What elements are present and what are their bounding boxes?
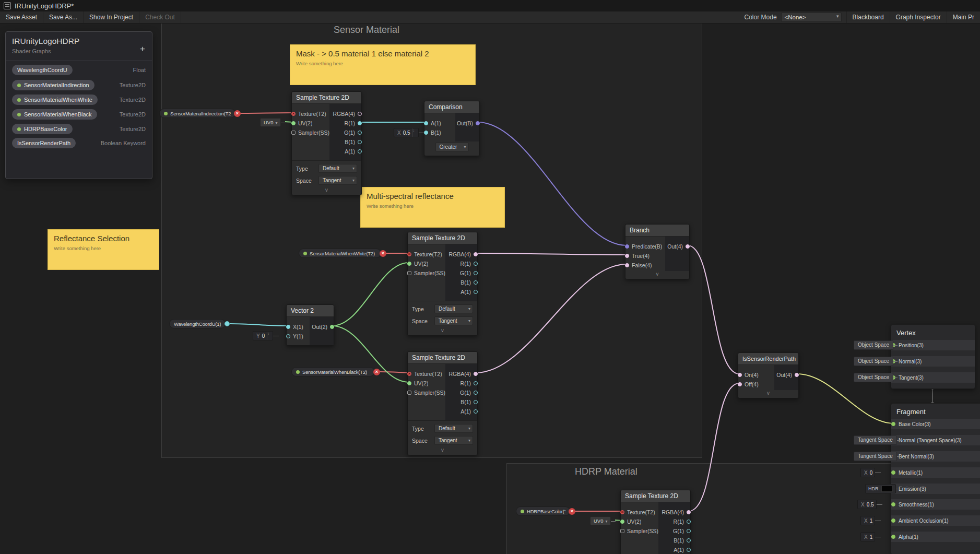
alpha-value-field[interactable]: X 1: [860, 532, 875, 541]
y-input-port[interactable]: [286, 334, 290, 338]
a-output-port[interactable]: [687, 548, 691, 552]
comparison-mode-dropdown[interactable]: Greater: [435, 143, 469, 151]
rgba-output-port[interactable]: [474, 252, 478, 256]
uv-input-port[interactable]: [620, 520, 624, 524]
keyword-node-issensorrenderpath[interactable]: IsSensorRenderPath On(4) Off(4) Out(4) ˅: [738, 352, 799, 398]
collapse-chevron-icon[interactable]: ˅: [738, 390, 798, 398]
space-dropdown[interactable]: Tangent: [434, 316, 473, 325]
collapse-chevron-icon[interactable]: ˅: [408, 447, 477, 455]
type-dropdown[interactable]: Default: [434, 424, 473, 433]
r-output-port[interactable]: [474, 262, 478, 266]
emission-color-field[interactable]: HDR: [865, 484, 896, 493]
sampler-input-port[interactable]: [407, 391, 411, 395]
branch-node[interactable]: Branch Predicate(B) True(4) False(4) Out…: [625, 224, 690, 279]
sampler-input-port[interactable]: [407, 271, 411, 275]
smoothness-value-field[interactable]: X 0.5: [857, 500, 877, 509]
metallic-port[interactable]: [891, 470, 895, 475]
show-in-project-button[interactable]: Show In Project: [84, 11, 139, 23]
property-node-hdrpbase[interactable]: HDRPBaseColor(T2): [516, 506, 570, 516]
graph-inspector-toggle-button[interactable]: Graph Inspector: [890, 11, 947, 23]
g-output-port[interactable]: [687, 529, 691, 533]
sampler-input-port[interactable]: [620, 529, 624, 533]
vector2-node[interactable]: Vector 2 X(1) Y(1) Out(2): [286, 304, 334, 346]
sticky-note-reflectance[interactable]: Reflectance Selection Write something he…: [48, 229, 159, 270]
space-dropdown[interactable]: Tangent: [318, 176, 357, 185]
blackboard-property-indirection[interactable]: SensorMaterialIndirection: [12, 80, 95, 90]
texture-input-port[interactable]: [407, 372, 411, 376]
blackboard-toggle-button[interactable]: Blackboard: [846, 11, 890, 23]
save-asset-button[interactable]: Save Asset: [0, 11, 43, 23]
shader-graph-canvas[interactable]: Sensor Material HDRP Material Mask - > 0…: [0, 0, 980, 554]
property-node-wavelength[interactable]: WavelengthCoordU(1): [169, 319, 226, 328]
x-input-port[interactable]: [286, 325, 290, 329]
add-property-button[interactable]: +: [140, 44, 145, 53]
save-as-button[interactable]: Save As...: [43, 11, 84, 23]
uv-input-port[interactable]: [407, 262, 411, 266]
ambient-occlusion-value-field[interactable]: X 1: [860, 516, 875, 525]
a-input-port[interactable]: [424, 121, 428, 125]
b-output-port[interactable]: [358, 140, 362, 144]
collapse-chevron-icon[interactable]: ˅: [625, 271, 689, 279]
a-output-port[interactable]: [358, 149, 362, 154]
color-swatch[interactable]: [881, 486, 893, 492]
sampler-input-port[interactable]: [291, 131, 296, 135]
space-chip[interactable]: Object Space: [854, 357, 893, 366]
g-output-port[interactable]: [474, 391, 478, 395]
space-chip[interactable]: Object Space: [854, 373, 893, 382]
b-output-port[interactable]: [474, 280, 478, 285]
sample-texture-2d-node-3[interactable]: Sample Texture 2D Texture(T2) UV(2) Samp…: [407, 351, 478, 455]
color-mode-dropdown[interactable]: <None>: [781, 13, 842, 22]
blackboard-property-issensorrenderpath[interactable]: IsSensorRenderPath: [12, 138, 76, 148]
blackboard-property-hdrpbasecolor[interactable]: HDRPBaseColor: [12, 124, 73, 134]
space-chip[interactable]: Tangent Space: [854, 452, 897, 461]
rgba-output-port[interactable]: [358, 112, 362, 116]
a-output-port[interactable]: [474, 290, 478, 294]
smoothness-port[interactable]: [891, 502, 895, 506]
type-dropdown[interactable]: Default: [434, 304, 473, 313]
rgba-output-port[interactable]: [687, 510, 691, 514]
property-node-indirection[interactable]: SensorMaterialIndirection(T2): [159, 109, 235, 118]
b-output-port[interactable]: [474, 400, 478, 404]
a-output-port[interactable]: [474, 409, 478, 414]
space-chip[interactable]: Tangent Space: [854, 435, 897, 445]
base-color-port[interactable]: [891, 422, 895, 426]
g-output-port[interactable]: [358, 131, 362, 135]
r-output-port[interactable]: [687, 520, 691, 524]
texture-input-port[interactable]: [291, 112, 296, 116]
predicate-input-port[interactable]: [625, 244, 629, 249]
vertex-block[interactable]: Vertex Position(3) Normal(3) Tangent(3): [891, 324, 975, 389]
main-preview-toggle-button[interactable]: Main Pr: [947, 11, 980, 23]
property-node-whenwhite[interactable]: SensorMaterialWhenWhite(T2): [299, 249, 381, 258]
fragment-block[interactable]: Fragment Base Color(3) Normal (Tangent S…: [891, 403, 980, 554]
comparison-node[interactable]: Comparison A(1) B(1) Out(B) Greater: [424, 101, 480, 156]
false-input-port[interactable]: [625, 263, 629, 267]
b-input-port[interactable]: [424, 131, 428, 135]
on-input-port[interactable]: [738, 373, 742, 377]
blackboard-property-whenblack[interactable]: SensorMaterialWhenBlack: [12, 109, 97, 120]
blackboard-property-wavelengthcoordu[interactable]: WavelengthCoordU: [12, 65, 73, 75]
b-output-port[interactable]: [687, 538, 691, 543]
uv-input-port[interactable]: [407, 381, 411, 385]
type-dropdown[interactable]: Default: [318, 164, 357, 173]
off-input-port[interactable]: [738, 382, 742, 386]
space-chip[interactable]: Object Space: [854, 340, 893, 350]
property-node-whenblack[interactable]: SensorMaterialWhenBlack(T2): [291, 367, 375, 376]
alpha-port[interactable]: [891, 535, 895, 539]
true-input-port[interactable]: [625, 254, 629, 258]
metallic-value-field[interactable]: X 0: [860, 468, 875, 477]
rgba-output-port[interactable]: [474, 372, 478, 376]
sample-texture-2d-node-4[interactable]: Sample Texture 2D Texture(T2) UV(2) Samp…: [620, 490, 691, 554]
stepper-icon[interactable]: [412, 128, 416, 137]
out-output-port[interactable]: [795, 373, 799, 377]
blackboard-property-whenwhite[interactable]: SensorMaterialWhenWhite: [12, 95, 98, 105]
collapse-chevron-icon[interactable]: ˅: [292, 187, 361, 195]
r-output-port[interactable]: [474, 381, 478, 385]
texture-input-port[interactable]: [407, 252, 411, 256]
g-output-port[interactable]: [474, 271, 478, 275]
uv-channel-dropdown[interactable]: UV0: [590, 516, 611, 525]
sticky-note-multispectral[interactable]: Multi-spectral reflectance Write somethi…: [360, 187, 505, 228]
float-output-port[interactable]: [225, 321, 230, 326]
space-dropdown[interactable]: Tangent: [434, 436, 473, 445]
uv-input-port[interactable]: [291, 121, 296, 125]
sticky-note-mask[interactable]: Mask - > 0.5 material 1 else material 2 …: [290, 44, 476, 85]
